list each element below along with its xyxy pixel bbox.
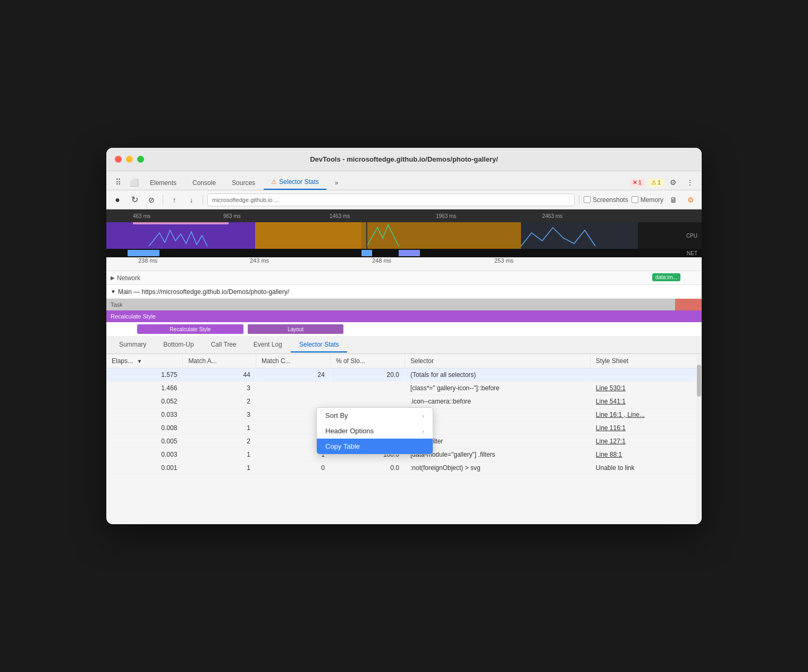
detail-mark-253: 253 ms (494, 257, 514, 264)
minimize-button[interactable] (126, 156, 133, 163)
close-button[interactable] (115, 156, 122, 163)
ruler-mark-963: 963 ms (223, 213, 241, 219)
tab-call-tree[interactable]: Call Tree (203, 338, 245, 352)
tab-bottom-up[interactable]: Bottom-Up (155, 338, 202, 352)
table-cell: 0.003 (106, 448, 183, 461)
warning-badge: ⚠ 1 (649, 179, 663, 187)
settings-button[interactable]: ⚙ (666, 175, 680, 190)
table-cell (256, 382, 330, 395)
table-cell: 0.005 (106, 435, 183, 448)
table-row[interactable]: 1.575442420.0(Totals for all selectors) (106, 368, 702, 382)
tab-event-log[interactable]: Event Log (245, 338, 291, 352)
table-cell[interactable]: Line 530:1 (590, 382, 701, 395)
table-cell: 2 (183, 435, 256, 448)
sort-arrow-elapsed: ▼ (137, 358, 142, 364)
tab-console[interactable]: Console (185, 176, 223, 190)
ctx-copy-table[interactable]: Copy Table (317, 439, 433, 454)
ctx-sort-by[interactable]: Sort By › (317, 408, 433, 423)
detail-mark-238: 238 ms (138, 257, 157, 264)
timeline-ruler: 463 ms 963 ms 1463 ms 1963 ms 2463 ms (106, 209, 702, 222)
svg-rect-0 (106, 222, 255, 249)
screenshots-checkbox-label[interactable]: Screenshots (584, 196, 628, 204)
recalc-row-label: Recalculate Style (111, 313, 156, 320)
cpu-svg (106, 222, 702, 249)
upload-button[interactable]: ↑ (167, 193, 181, 207)
download-button[interactable]: ↓ (184, 193, 198, 207)
table-cell: (Totals for all selectors) (405, 368, 590, 382)
perf-settings-btn[interactable]: ⚙ (684, 193, 697, 207)
tab-performance[interactable]: ⚠ Selector Stats (264, 175, 326, 190)
main-row: ▼ Main — https://microsoftedge.github.io… (106, 285, 702, 299)
table-cell[interactable]: Line 16:1 , Line... (590, 408, 701, 422)
ctx-header-options-arrow: › (422, 428, 424, 434)
cpu-chart: CPU (106, 222, 702, 249)
context-menu: Sort By › Header Options › Copy Table (316, 407, 433, 455)
table-row[interactable]: 0.001100.0:not(foreignObject) > svgUnabl… (106, 461, 702, 475)
devtools-device-icon[interactable]: ⬜ (127, 175, 141, 190)
table-cell[interactable]: Line 116:1 (590, 422, 701, 435)
table-cell: 0.001 (106, 461, 183, 475)
table-cell: .icon--camera::before (405, 395, 590, 408)
table-cell[interactable]: Line 127:1 (590, 435, 701, 448)
table-cell: 2 (183, 395, 256, 408)
tab-summary[interactable]: Summary (111, 338, 155, 352)
tab-sources[interactable]: Sources (224, 176, 263, 190)
maximize-button[interactable] (137, 156, 144, 163)
table-cell[interactable]: Line 541:1 (590, 395, 701, 408)
table-cell: 0.008 (106, 422, 183, 435)
detail-mark-248: 248 ms (372, 257, 391, 264)
col-style-sheet[interactable]: Style Sheet (590, 354, 701, 368)
table-cell (590, 368, 701, 382)
table-row[interactable]: 1.4663[class*=" gallery-icon--"]::before… (106, 382, 702, 395)
svg-rect-1 (255, 222, 361, 249)
layout-block[interactable]: Layout (248, 324, 343, 334)
table-cell: 20.0 (330, 368, 405, 382)
table-scrollbar[interactable] (696, 354, 702, 524)
flame-chart: ▶ Network data:im... ▼ Main — https://mi… (106, 271, 702, 336)
reload-button[interactable]: ↻ (128, 193, 141, 207)
clear-button[interactable]: ⊘ (145, 193, 158, 207)
tab-selector-stats[interactable]: Selector Stats (291, 338, 348, 352)
devtools-inspect-icon[interactable]: ⠿ (111, 175, 125, 190)
performance-toolbar: ● ↻ ⊘ ↑ ↓ microsoftedge.github.io ... Sc… (106, 190, 702, 209)
more-button[interactable]: ⋮ (683, 175, 697, 190)
network-row: ▶ Network data:im... (106, 271, 702, 285)
tab-elements[interactable]: Elements (142, 176, 184, 190)
table-cell: 44 (183, 368, 256, 382)
tab-more[interactable]: » (327, 176, 346, 190)
table-cell: 1.466 (106, 382, 183, 395)
ctx-header-options[interactable]: Header Options › (317, 423, 433, 439)
memory-icon-btn[interactable]: 🖥 (667, 193, 680, 207)
traffic-lights (115, 156, 144, 163)
table-cell: 24 (256, 368, 330, 382)
memory-checkbox-label[interactable]: Memory (632, 196, 663, 204)
table-cell: [class*=" gallery-icon--"]::before (405, 382, 590, 395)
table-cell: 3 (183, 382, 256, 395)
svg-rect-4 (133, 222, 229, 224)
col-match-c[interactable]: Match C... (256, 354, 330, 368)
main-expand-icon[interactable]: ▼ (111, 289, 116, 295)
scrollbar-thumb[interactable] (697, 365, 701, 397)
table-cell: 0 (256, 461, 330, 475)
ruler-mark-1963: 1963 ms (436, 213, 456, 219)
memory-checkbox[interactable] (632, 196, 638, 203)
warning-icon: ⚠ (651, 179, 656, 186)
col-pct-slow[interactable]: % of Slo... (330, 354, 405, 368)
network-expand-icon[interactable]: ▶ (111, 275, 115, 281)
toolbar-sep-3 (579, 195, 579, 205)
url-display: microsoftedge.github.io ... (207, 194, 575, 206)
svg-rect-6 (128, 250, 159, 256)
recalc-block[interactable]: Recalculate Style (137, 324, 243, 334)
table-row[interactable]: 0.0522.icon--camera::beforeLine 541:1 (106, 395, 702, 408)
table-cell[interactable]: Line 88:1 (590, 448, 701, 461)
net-label: NET (687, 250, 697, 256)
col-selector[interactable]: Selector (405, 354, 590, 368)
table-cell: 1.575 (106, 368, 183, 382)
screenshots-checkbox[interactable] (584, 196, 591, 203)
table-cell: 1 (183, 461, 256, 475)
col-match-a[interactable]: Match A... (183, 354, 256, 368)
col-elapsed[interactable]: Elaps... ▼ (106, 354, 183, 368)
record-button[interactable]: ● (111, 193, 124, 207)
toolbar-sep-1 (163, 195, 163, 205)
detail-ruler: 238 ms 243 ms 248 ms 253 ms (106, 257, 702, 271)
